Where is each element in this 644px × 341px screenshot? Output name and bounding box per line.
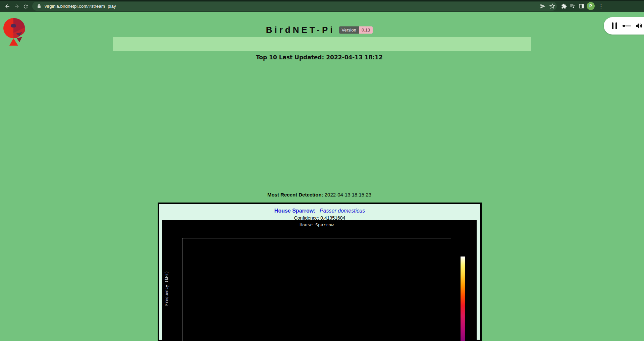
forward-arrow-icon: [14, 3, 20, 9]
profile-avatar[interactable]: P: [587, 2, 595, 10]
chart-title: Top 10 Last Updated: 2022-04-13 18:12: [0, 54, 639, 61]
main-nav: [113, 37, 531, 51]
spectrogram-panel: House Sparrow Frequency (kHz): [162, 220, 477, 341]
spectrogram-title: House Sparrow: [182, 222, 451, 227]
page-title: BirdNET-Pi: [266, 25, 335, 35]
seek-bar[interactable]: [623, 25, 631, 27]
back-arrow-icon: [4, 3, 10, 9]
bookmark-star-icon[interactable]: [548, 2, 556, 10]
media-controls-icon[interactable]: [568, 2, 577, 10]
speaker-icon: [635, 22, 643, 30]
most-recent-detection: Most Recent Detection: 2022-04-13 18:15:…: [0, 192, 639, 197]
browser-reload-button[interactable]: [21, 2, 30, 11]
version-badge: Version 0.13: [339, 26, 373, 34]
browser-toolbar: virginia.birdnetpi.com/?stream=play P ⋮: [0, 0, 644, 12]
confidence-line: Confidence: 0.41351604: [159, 215, 480, 221]
pause-button[interactable]: [612, 22, 617, 29]
audio-player[interactable]: [604, 17, 644, 35]
send-icon[interactable]: [538, 2, 547, 10]
browser-forward-button[interactable]: [12, 2, 21, 11]
colorbar: [461, 257, 465, 341]
spectrogram-image: [182, 238, 451, 341]
frequency-axis-label: Frequency (kHz): [164, 262, 169, 315]
volume-button[interactable]: [635, 22, 643, 30]
url-text: virginia.birdnetpi.com/?stream=play: [45, 4, 116, 9]
browser-menu-icon[interactable]: ⋮: [597, 2, 605, 10]
window-top-strip: [0, 0, 644, 1]
version-label: Version: [339, 26, 359, 34]
side-panel-icon[interactable]: [577, 2, 586, 10]
confidence-value: 0.41351604: [320, 215, 345, 221]
spectrogram-box: House Sparrow: Passer domesticus Confide…: [158, 203, 482, 341]
confidence-label: Confidence:: [294, 215, 319, 221]
detected-species-line: House Sparrow: Passer domesticus: [159, 208, 480, 214]
browser-back-button[interactable]: [3, 2, 12, 11]
page-header: BirdNET-Pi Version 0.13: [0, 25, 639, 35]
omnibox[interactable]: virginia.birdnetpi.com/?stream=play: [32, 2, 557, 11]
version-value: 0.13: [359, 26, 373, 34]
species-link[interactable]: House Sparrow:: [274, 208, 316, 214]
most-recent-value: 2022-04-13 18:15:23: [325, 192, 371, 197]
extensions-icon[interactable]: [559, 2, 568, 10]
reload-icon: [23, 4, 29, 9]
most-recent-label: Most Recent Detection:: [267, 192, 323, 197]
lock-icon: [37, 4, 41, 8]
species-scientific-link[interactable]: Passer domesticus: [320, 208, 365, 214]
